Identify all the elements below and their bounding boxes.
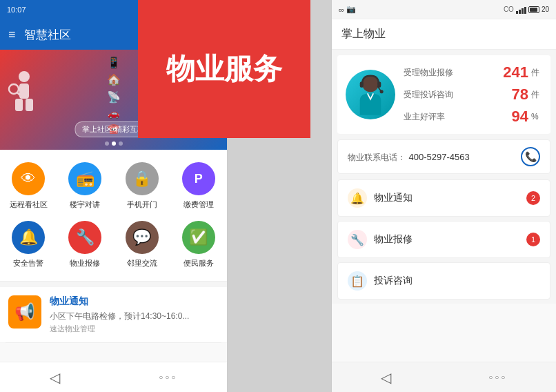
home-button-left[interactable]: ○○○: [145, 368, 191, 386]
svg-rect-2: [15, 99, 23, 111]
banner-dots: [105, 141, 123, 146]
complaint-menu-icon: 📋: [348, 271, 367, 291]
complaint-menu-label: 投诉咨询: [374, 275, 413, 287]
notif-content: 物业通知 小区下午电路检修，预计14:30~16:0... 速达物业管理: [50, 295, 189, 334]
remote-icon: 👁: [12, 162, 45, 195]
notification-menu-label: 物业通知: [374, 192, 413, 204]
repair-menu-icon: 🔧: [348, 230, 367, 249]
community-label: 邻里交流: [127, 258, 157, 268]
right-header-title: 掌上物业: [341, 27, 386, 41]
svg-rect-1: [19, 84, 29, 99]
notif-title: 物业通知: [50, 295, 189, 308]
stat2-value: 78: [494, 86, 528, 104]
status-bar-right: ∞ 📷 CO 20: [332, 0, 556, 19]
spacer-left: [0, 343, 227, 362]
co-label: CO: [504, 6, 514, 13]
stats-rows: 受理物业报修 241 件 受理投诉咨询 78 件 业主好评率 94 %: [404, 63, 542, 126]
svg-point-4: [9, 84, 19, 94]
phone-contact-label: 物业联系电话：: [348, 153, 406, 162]
time-left: 10:07: [7, 6, 26, 14]
repair-label: 物业报修: [70, 258, 100, 268]
hamburger-icon[interactable]: ≡: [8, 28, 16, 42]
stats-card: 受理物业报修 241 件 受理投诉咨询 78 件 业主好评率 94 %: [337, 55, 550, 134]
grid-item-service[interactable]: ✅ 便民服务: [170, 215, 227, 274]
grid-item-alarm[interactable]: 🔔 安全告警: [0, 215, 57, 274]
notification-badge: 2: [526, 191, 540, 205]
phone-contact-number: 400-5297-4563: [408, 152, 469, 162]
door-label: 手机开门: [127, 199, 157, 210]
notification-menu-icon: 🔔: [348, 188, 367, 208]
status-icons-right: ∞ 📷: [339, 5, 356, 14]
menu-item-complaint[interactable]: 📋 投诉咨询: [337, 262, 550, 300]
grid-item-community[interactable]: 💬 邻里交流: [114, 215, 170, 274]
repair-badge: 1: [526, 233, 540, 246]
menu-item-notification[interactable]: 🔔 物业通知 2: [337, 179, 550, 217]
battery-icon-right: [528, 6, 539, 13]
back-button-left[interactable]: ◁: [36, 364, 74, 391]
stat3-label: 业主好评率: [404, 111, 494, 123]
svg-rect-3: [26, 99, 33, 111]
alarm-icon: 🔔: [12, 221, 45, 254]
banner-figure-left: [7, 68, 41, 121]
back-button-right[interactable]: ◁: [367, 364, 405, 391]
phone-contact-row[interactable]: 物业联系电话： 400-5297-4563 📞: [337, 139, 550, 174]
notif-body: 小区下午电路检修，预计14:30~16:0...: [50, 311, 189, 322]
stat-row-1: 受理物业报修 241 件: [404, 63, 542, 81]
battery-percent-right: 20: [542, 6, 549, 13]
repair-icon: 🔧: [68, 221, 101, 254]
right-phone: ∞ 📷 CO 20 掌上物业: [331, 0, 556, 392]
repair-menu-label: 物业报修: [374, 233, 413, 246]
stat1-unit: 件: [531, 67, 542, 79]
door-icon: 🔒: [126, 162, 159, 195]
phone-call-icon[interactable]: 📞: [521, 147, 540, 166]
stat2-label: 受理投诉咨询: [404, 89, 494, 101]
stat2-unit: 件: [531, 89, 542, 101]
service-icon: ✅: [182, 221, 215, 254]
stat-row-2: 受理投诉咨询 78 件: [404, 86, 542, 104]
menu-item-repair[interactable]: 🔧 物业报修 1: [337, 221, 550, 258]
svg-rect-14: [360, 81, 364, 88]
left-header-title: 智慧社区: [24, 27, 71, 43]
grid-item-intercom[interactable]: 📻 楼宇对讲: [57, 157, 113, 215]
status-right-icons: CO 20: [504, 6, 549, 14]
grid-item-door[interactable]: 🔒 手机开门: [114, 157, 170, 215]
grid-item-payment[interactable]: P 缴费管理: [170, 157, 227, 215]
grid-item-remote[interactable]: 👁 远程看社区: [0, 157, 57, 215]
svg-point-17: [380, 90, 384, 93]
payment-label: 缴费管理: [183, 199, 214, 210]
overlay-popup: 物业服务: [138, 0, 310, 138]
signal-bars-right: [516, 6, 526, 14]
nav-bar-left: ◁ ○○○: [0, 362, 227, 392]
alarm-label: 安全告警: [13, 258, 43, 268]
overlay-text: 物业服务: [166, 52, 282, 86]
remote-label: 远程看社区: [10, 199, 48, 210]
stat-row-3: 业主好评率 94 %: [404, 108, 542, 126]
notification-section[interactable]: 📢 物业通知 小区下午电路检修，预计14:30~16:0... 速达物业管理: [0, 287, 227, 342]
notif-source: 速达物业管理: [50, 324, 189, 334]
grid-item-repair[interactable]: 🔧 物业报修: [57, 215, 113, 274]
stat3-unit: %: [531, 112, 542, 121]
stat1-value: 241: [494, 63, 528, 81]
payment-icon: P: [182, 162, 215, 195]
avatar: [346, 70, 395, 119]
community-icon: 💬: [126, 221, 159, 254]
stat1-label: 受理物业报修: [404, 67, 494, 79]
intercom-label: 楼宇对讲: [70, 199, 100, 210]
nav-bar-right: ◁ ○○○: [332, 362, 556, 392]
home-button-right[interactable]: ○○○: [475, 368, 521, 386]
service-label: 便民服务: [183, 258, 214, 268]
icons-grid: 👁 远程看社区 📻 楼宇对讲 🔒 手机开门 P 缴费管理 🔔 安全告警 🔧 物业…: [0, 150, 227, 282]
svg-point-0: [19, 71, 30, 82]
left-phone: 10:07 ∞ 📷 ≡ 智慧社区: [0, 0, 228, 392]
intercom-icon: 📻: [68, 162, 101, 195]
spacer-right: [332, 304, 556, 362]
stat3-value: 94: [494, 108, 528, 126]
notif-icon: 📢: [8, 295, 41, 329]
header-right: 掌上物业: [332, 19, 556, 50]
